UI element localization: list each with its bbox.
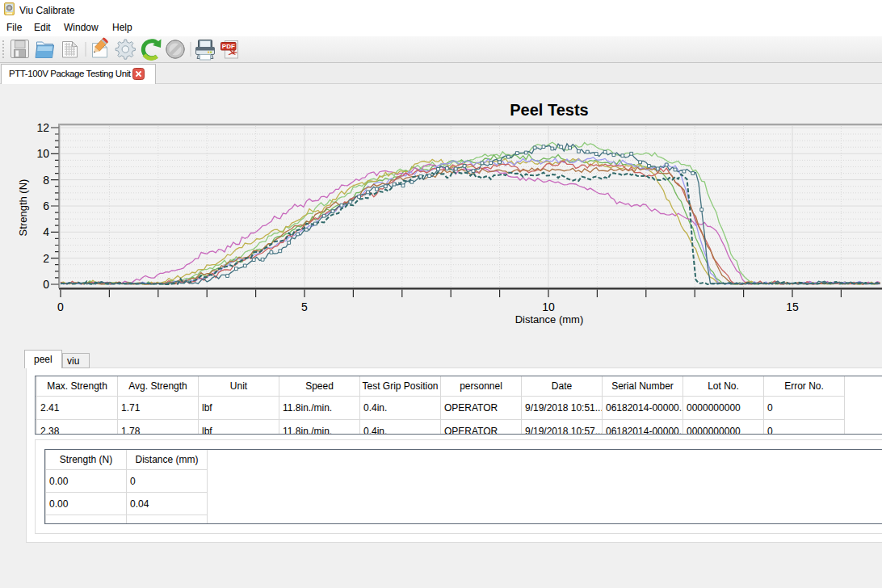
svg-text:10: 10: [36, 147, 49, 160]
svg-text:4: 4: [43, 225, 49, 238]
svg-text:0: 0: [43, 278, 49, 291]
svg-text:Strength (N): Strength (N): [17, 179, 29, 237]
svg-text:6: 6: [43, 200, 49, 212]
svg-text:Distance (mm): Distance (mm): [515, 313, 584, 326]
svg-text:15: 15: [786, 300, 799, 313]
svg-text:0: 0: [57, 300, 64, 313]
svg-text:2: 2: [43, 252, 49, 265]
svg-text:12: 12: [36, 121, 49, 134]
svg-text:8: 8: [43, 174, 49, 187]
svg-text:Peel Tests: Peel Tests: [510, 101, 588, 119]
svg-text:10: 10: [542, 300, 555, 313]
svg-text:5: 5: [301, 300, 308, 313]
